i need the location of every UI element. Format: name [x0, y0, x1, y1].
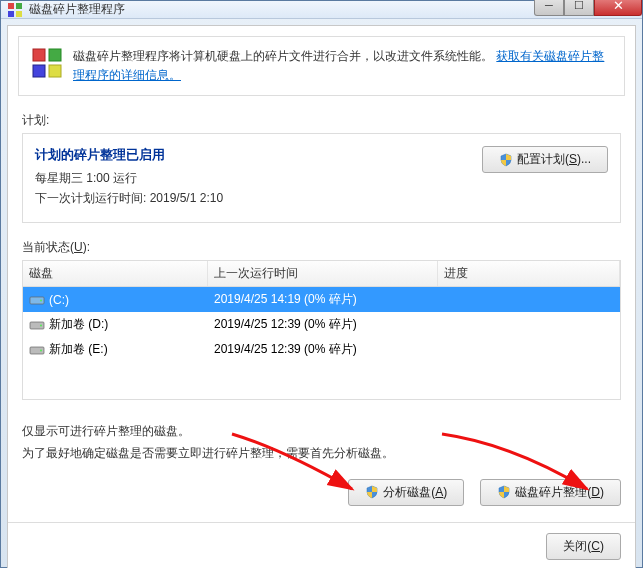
progress [438, 348, 620, 352]
defragment-disk-button[interactable]: 磁盘碎片整理(D) [480, 479, 621, 506]
disk-table: 磁盘 上一次运行时间 进度 (C:)2019/4/25 14:19 (0% 碎片… [22, 260, 621, 400]
table-body: (C:)2019/4/25 14:19 (0% 碎片)新加卷 (D:)2019/… [23, 287, 620, 399]
window-controls: ─ ☐ ✕ [534, 0, 642, 16]
shield-icon [497, 485, 511, 499]
svg-point-11 [40, 324, 42, 326]
note-line1: 仅显示可进行碎片整理的磁盘。 [22, 422, 621, 441]
schedule-next: 下一次计划运行时间: 2019/5/1 2:10 [35, 190, 223, 207]
configure-schedule-button[interactable]: 配置计划(S)... [482, 146, 608, 173]
analyze-label: 分析磁盘(A) [383, 484, 447, 501]
window: 磁盘碎片整理程序 ─ ☐ ✕ 磁盘碎片整理程序将计算机硬盘上的碎片文件进行合并，… [0, 0, 643, 568]
window-title: 磁盘碎片整理程序 [29, 1, 534, 18]
info-description: 磁盘碎片整理程序将计算机硬盘上的碎片文件进行合并，以改进文件系统性能。 [73, 49, 493, 63]
svg-rect-5 [49, 49, 61, 61]
table-row[interactable]: 新加卷 (E:)2019/4/25 12:39 (0% 碎片) [23, 337, 620, 362]
svg-point-13 [40, 349, 42, 351]
disk-name: 新加卷 (E:) [49, 341, 108, 358]
close-label: 关闭(C) [563, 538, 604, 555]
close-window-button[interactable]: ✕ [594, 0, 642, 16]
defrag-label: 磁盘碎片整理(D) [515, 484, 604, 501]
analyze-disk-button[interactable]: 分析磁盘(A) [348, 479, 464, 506]
info-box: 磁盘碎片整理程序将计算机硬盘上的碎片文件进行合并，以改进文件系统性能。 获取有关… [18, 36, 625, 96]
drive-icon [29, 319, 45, 331]
info-text: 磁盘碎片整理程序将计算机硬盘上的碎片文件进行合并，以改进文件系统性能。 获取有关… [73, 47, 612, 85]
svg-rect-1 [16, 3, 22, 9]
schedule-time: 每星期三 1:00 运行 [35, 170, 223, 187]
progress [438, 298, 620, 302]
drive-icon [29, 344, 45, 356]
shield-icon [365, 485, 379, 499]
svg-rect-7 [49, 65, 61, 77]
defrag-icon [31, 47, 63, 79]
progress [438, 323, 620, 327]
disk-name: 新加卷 (D:) [49, 316, 108, 333]
titlebar: 磁盘碎片整理程序 ─ ☐ ✕ [1, 1, 642, 19]
last-run: 2019/4/25 14:19 (0% 碎片) [208, 289, 438, 310]
last-run: 2019/4/25 12:39 (0% 碎片) [208, 339, 438, 360]
disk-name: (C:) [49, 293, 69, 307]
minimize-button[interactable]: ─ [534, 0, 564, 16]
note-line2: 为了最好地确定磁盘是否需要立即进行碎片整理，需要首先分析磁盘。 [22, 444, 621, 463]
last-run: 2019/4/25 12:39 (0% 碎片) [208, 314, 438, 335]
schedule-box: 计划的碎片整理已启用 每星期三 1:00 运行 下一次计划运行时间: 2019/… [22, 133, 621, 223]
table-header: 磁盘 上一次运行时间 进度 [23, 261, 620, 287]
table-row[interactable]: (C:)2019/4/25 14:19 (0% 碎片) [23, 287, 620, 312]
maximize-button[interactable]: ☐ [564, 0, 594, 16]
col-disk[interactable]: 磁盘 [23, 261, 208, 286]
svg-rect-4 [33, 49, 45, 61]
action-row: 分析磁盘(A) 磁盘碎片整理(D) [22, 479, 621, 506]
status-label: 当前状态(U): [22, 239, 621, 256]
svg-rect-0 [8, 3, 14, 9]
table-row[interactable]: 新加卷 (D:)2019/4/25 12:39 (0% 碎片) [23, 312, 620, 337]
app-icon [7, 2, 23, 18]
config-btn-label: 配置计划(S)... [517, 151, 591, 168]
content: 磁盘碎片整理程序将计算机硬盘上的碎片文件进行合并，以改进文件系统性能。 获取有关… [7, 25, 636, 568]
col-progress[interactable]: 进度 [438, 261, 620, 286]
svg-rect-2 [8, 11, 14, 17]
col-last-run[interactable]: 上一次运行时间 [208, 261, 438, 286]
schedule-title: 计划的碎片整理已启用 [35, 146, 223, 164]
svg-rect-6 [33, 65, 45, 77]
schedule-label: 计划: [22, 112, 621, 129]
svg-point-9 [40, 299, 42, 301]
footer: 关闭(C) [8, 522, 635, 568]
close-button[interactable]: 关闭(C) [546, 533, 621, 560]
drive-icon [29, 294, 45, 306]
shield-icon [499, 153, 513, 167]
svg-rect-3 [16, 11, 22, 17]
